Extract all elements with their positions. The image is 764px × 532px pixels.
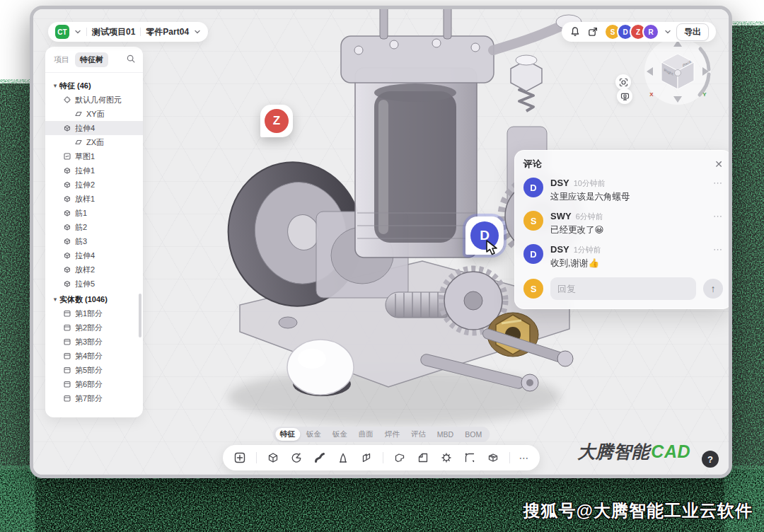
comment-more-button[interactable]: ⋯ — [713, 211, 723, 221]
tree-item-icon — [62, 352, 72, 360]
part-name[interactable]: 零件Part04 — [146, 26, 189, 38]
search-icon[interactable] — [126, 54, 136, 66]
chevron-down-icon[interactable] — [664, 28, 671, 35]
tree-row[interactable]: ▾ 放样1 — [45, 192, 143, 206]
comment-time: 1分钟前 — [574, 245, 601, 255]
export-button[interactable]: 导出 — [676, 23, 709, 41]
tree-row[interactable]: ▾ 第5部分 — [45, 363, 143, 377]
notification-bell-icon[interactable] — [569, 25, 581, 38]
comment-panel-title: 评论 — [523, 158, 542, 170]
mode-tab[interactable]: 焊件 — [380, 428, 405, 441]
mode-tab[interactable]: 钣金 — [328, 428, 352, 441]
caret-down-icon[interactable]: ▾ — [51, 82, 59, 89]
tree-item-label: 拉伸5 — [75, 279, 95, 289]
tree-row[interactable]: ▾ 拉伸4 — [45, 121, 143, 135]
mode-tab[interactable]: 钣金 — [301, 428, 326, 441]
tree-row[interactable]: ▾ 实体数 (1046) — [45, 292, 143, 306]
tree-item-icon — [62, 237, 72, 245]
mode-tab[interactable]: 曲面 — [354, 428, 378, 441]
comment-pin-z[interactable]: Z — [260, 105, 293, 137]
send-button[interactable]: ↑ — [703, 279, 723, 299]
help-button[interactable]: ? — [702, 451, 719, 468]
tree-item-label: 草图1 — [75, 151, 95, 162]
tree-row[interactable]: ▾ 第1部分 — [45, 306, 143, 320]
revolve-icon[interactable] — [289, 451, 303, 465]
fillet-icon[interactable] — [463, 451, 477, 465]
mode-tab[interactable]: 评估 — [406, 428, 431, 441]
comment-time: 10分钟前 — [574, 178, 606, 189]
comment-panel: 评论 ✕ D DSY 10分钟前 ⋯ 这里应该是六角螺母 — [514, 150, 732, 309]
mode-tab[interactable]: 特征 — [275, 428, 300, 441]
project-name[interactable]: 测试项目01 — [92, 26, 135, 38]
tree-item-icon — [62, 279, 72, 288]
comment-more-button[interactable]: ⋯ — [713, 244, 723, 255]
sidebar-tab[interactable]: 特征树 — [75, 52, 108, 67]
mode-tab[interactable]: MBD — [432, 429, 458, 440]
brand-cn: 大腾智能 — [577, 441, 649, 461]
tree-item-icon — [62, 209, 72, 217]
view-cube[interactable]: Right Back Z X Y — [635, 29, 720, 114]
tree-row[interactable]: ▾ 拉伸2 — [45, 178, 143, 192]
mode-tab[interactable]: BOM — [460, 429, 487, 440]
tree-item-label: 第3部分 — [75, 337, 103, 347]
tree-row[interactable]: ▾ ZX面 — [45, 135, 143, 149]
caret-down-icon[interactable]: ▾ — [51, 296, 59, 303]
reply-input[interactable] — [550, 277, 696, 300]
chevron-down-icon[interactable] — [194, 28, 201, 35]
rib-icon[interactable] — [359, 451, 374, 465]
tree-item-label: 第1部分 — [75, 308, 103, 319]
axis-x-label: X — [649, 91, 654, 98]
brand-en: CAD — [651, 441, 690, 461]
avatar-stack[interactable]: SDZR — [604, 23, 659, 40]
tree-row[interactable]: ▾ 第3部分 — [45, 335, 143, 349]
sweep-icon[interactable] — [313, 451, 327, 465]
sidebar-tab[interactable]: 项目 — [54, 54, 69, 65]
chamfer-icon[interactable] — [416, 451, 430, 465]
tree-row[interactable]: ▾ 第6部分 — [45, 377, 143, 391]
comment-item: S SWY 6分钟前 ⋯ 已经更改了😀 — [523, 211, 723, 236]
comment-pin-d[interactable]: D — [465, 216, 504, 255]
avatar[interactable]: R — [642, 23, 659, 40]
tree-item-label: 筋2 — [75, 222, 87, 233]
dome-cap — [287, 340, 354, 396]
tree-item-icon — [62, 337, 72, 346]
comment-item: D DSY 10分钟前 ⋯ 这里应该是六角螺母 — [523, 178, 723, 203]
chevron-down-icon[interactable] — [74, 28, 81, 35]
tree-item-label: 放样2 — [75, 265, 95, 275]
tree-row[interactable]: ▾ 特征 (46) — [45, 79, 143, 93]
fit-view-button[interactable] — [615, 74, 631, 90]
loft-icon[interactable] — [336, 451, 350, 465]
shell-icon[interactable] — [486, 451, 500, 465]
tree-row[interactable]: ▾ XY面 — [45, 107, 143, 121]
tree-row[interactable]: ▾ 筋2 — [45, 220, 143, 234]
tree-item-label: 第5部分 — [75, 365, 103, 376]
comment-more-button[interactable]: ⋯ — [713, 178, 723, 188]
divider — [140, 28, 141, 36]
tree-item-label: 筋1 — [75, 208, 87, 219]
tree-row[interactable]: ▾ 拉伸4 — [45, 248, 143, 262]
close-icon[interactable]: ✕ — [714, 159, 723, 169]
tree-scrollbar[interactable] — [139, 294, 141, 337]
pattern-icon[interactable] — [439, 451, 453, 465]
pin-avatar[interactable]: Z — [265, 109, 289, 133]
tree-item-icon — [62, 394, 72, 403]
tree-row[interactable]: ▾ 草图1 — [45, 149, 143, 163]
app-logo[interactable]: CT — [55, 25, 69, 39]
projection-button[interactable] — [617, 88, 632, 104]
tree-row[interactable]: ▾ 第2部分 — [45, 320, 143, 335]
extrude-icon[interactable] — [266, 451, 280, 465]
tree-row[interactable]: ▾ 拉伸5 — [45, 277, 143, 291]
tree-row[interactable]: ▾ 放样2 — [45, 262, 143, 277]
add-button[interactable] — [233, 451, 247, 465]
share-icon[interactable] — [586, 25, 599, 38]
tree-row[interactable]: ▾ 筋1 — [45, 206, 143, 220]
tree-item-label: 第7部分 — [75, 393, 103, 404]
tree-row[interactable]: ▾ 筋3 — [45, 234, 143, 248]
tree-row[interactable]: ▾ 第7部分 — [45, 391, 143, 405]
more-button[interactable]: ⋯ — [519, 452, 530, 463]
tree-row[interactable]: ▾ 拉伸1 — [45, 163, 143, 178]
tree-row[interactable]: ▾ 第4部分 — [45, 349, 143, 363]
brand-logo: 大腾智能CAD — [577, 440, 690, 463]
tree-row[interactable]: ▾ 默认几何图元 — [45, 93, 143, 107]
cut-icon[interactable] — [393, 451, 407, 465]
